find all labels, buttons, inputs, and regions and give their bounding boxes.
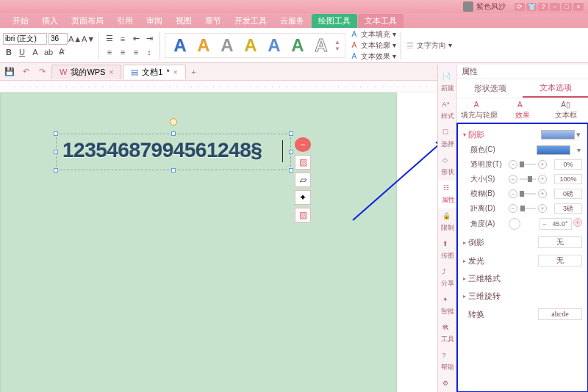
wordart-style-5[interactable]: A xyxy=(264,35,284,56)
minimize-button[interactable]: – xyxy=(550,3,560,11)
wordart-style-2[interactable]: A xyxy=(193,35,214,56)
redo-button[interactable]: ↷ xyxy=(35,65,49,79)
clear-format-button[interactable]: A̷ xyxy=(56,46,68,58)
horizontal-ruler[interactable] xyxy=(0,81,437,92)
rail-smart[interactable]: ✦智推 xyxy=(438,292,456,320)
resize-handle-n[interactable] xyxy=(171,131,176,136)
tab-review[interactable]: 审阅 xyxy=(140,14,169,28)
panel-close-icon[interactable]: × xyxy=(579,68,584,76)
subtab-textbox[interactable]: A▯文本框 xyxy=(545,98,588,123)
rail-tools[interactable]: 🛠工具 xyxy=(438,320,456,348)
new-tab-button[interactable]: + xyxy=(187,65,201,79)
rail-shape[interactable]: ◇形状 xyxy=(438,153,456,181)
shadow-preset-swatch[interactable] xyxy=(541,130,575,139)
section-3d-format[interactable]: ▸三维格式 xyxy=(463,271,582,286)
tab-dev[interactable]: 开发工具 xyxy=(228,14,273,28)
shape-effect-button[interactable]: ✦ xyxy=(295,190,311,205)
doc-tab-doc1[interactable]: ▤ 文档1 * × xyxy=(123,65,185,79)
rail-help[interactable]: ?帮助 xyxy=(438,348,456,376)
document-page[interactable]: 12354687994561248§ − ▨ ▱ ✦ ▨ xyxy=(0,92,397,392)
angle-wheel[interactable] xyxy=(509,218,520,230)
wordart-style-7[interactable]: A xyxy=(311,35,331,56)
resize-handle-s[interactable] xyxy=(171,168,176,173)
save-button[interactable]: 💾 xyxy=(3,65,16,79)
fill-tool-button[interactable]: ▨ xyxy=(295,155,311,170)
tab-insert[interactable]: 插入 xyxy=(35,14,65,28)
wordart-style-3[interactable]: A xyxy=(217,35,237,56)
wordart-style-6[interactable]: A xyxy=(287,35,308,56)
doc-tab-mywps[interactable]: W 我的WPS × xyxy=(51,65,121,79)
bullets-button[interactable]: ☰ xyxy=(104,33,115,45)
rail-properties[interactable]: ☷属性 xyxy=(438,181,456,208)
rail-upload[interactable]: ⬆传图 xyxy=(438,236,456,264)
rail-select[interactable]: ☐选择 xyxy=(438,125,456,153)
transparency-slider[interactable]: −+ xyxy=(509,159,547,170)
tab-chapter[interactable]: 章节 xyxy=(198,14,228,28)
resize-handle-se[interactable] xyxy=(289,168,293,173)
underline-button[interactable]: U xyxy=(16,46,28,58)
tab-view[interactable]: 视图 xyxy=(169,14,198,28)
section-transform[interactable]: ▸转换abcde xyxy=(463,306,582,322)
resize-handle-w[interactable] xyxy=(54,150,58,154)
tab-cloud[interactable]: 云服务 xyxy=(273,14,311,28)
section-reflection[interactable]: ▸倒影无 xyxy=(463,234,582,250)
section-glow[interactable]: ▸发光无 xyxy=(463,253,582,269)
resize-handle-sw[interactable] xyxy=(54,168,58,173)
delete-shape-button[interactable]: − xyxy=(295,137,311,152)
shadow-tool-button[interactable]: ▨ xyxy=(295,208,311,222)
panel-menu-icon[interactable]: ▾ xyxy=(571,68,575,76)
sync-icon[interactable]: ⟳ xyxy=(514,3,525,11)
font-name-combo[interactable] xyxy=(3,33,47,45)
rail-settings[interactable]: ⚙ xyxy=(438,376,456,392)
text-outline-button[interactable]: A文本轮廓 ▾ xyxy=(350,40,396,51)
resize-handle-e[interactable] xyxy=(289,150,293,154)
outline-tool-button[interactable]: ▱ xyxy=(295,173,311,187)
subtab-effects[interactable]: A效果 xyxy=(501,98,544,123)
tab-drawing-tools[interactable]: 绘图工具 xyxy=(312,14,357,28)
user-avatar[interactable] xyxy=(463,1,473,12)
close-button[interactable]: × xyxy=(573,3,584,11)
tab-start[interactable]: 开始 xyxy=(6,14,35,28)
rail-restrict[interactable]: 🔒限制 xyxy=(438,208,456,236)
tab-layout[interactable]: 页面布局 xyxy=(65,14,110,28)
align-left-button[interactable]: ≡ xyxy=(104,46,115,58)
skin-icon[interactable]: 👕 xyxy=(526,3,537,11)
resize-handle-ne[interactable] xyxy=(289,131,293,136)
indent-inc-button[interactable]: ⇥ xyxy=(143,33,155,45)
size-slider[interactable]: −+ xyxy=(509,174,547,184)
resize-handle-nw[interactable] xyxy=(54,131,58,136)
blur-slider[interactable]: −+ xyxy=(509,189,547,199)
color-dropdown-icon[interactable]: ▾ xyxy=(575,146,582,154)
indent-dec-button[interactable]: ⇤ xyxy=(130,33,142,45)
tab-text-tools[interactable]: 文本工具 xyxy=(358,14,404,28)
rail-new[interactable]: 📄新建 xyxy=(438,69,456,97)
line-spacing-button[interactable]: ↕ xyxy=(143,46,155,58)
close-tab-icon[interactable]: × xyxy=(173,68,178,76)
numbering-button[interactable]: ≡ xyxy=(117,33,129,45)
tab-text-options[interactable]: 文本选项 xyxy=(523,79,588,98)
rail-style[interactable]: Aᵃ样式 xyxy=(438,97,456,125)
maximize-button[interactable]: □ xyxy=(562,3,572,11)
tab-ref[interactable]: 引用 xyxy=(110,14,140,28)
shrink-font-icon[interactable]: A▼ xyxy=(82,33,94,45)
angle-spinner[interactable]: −45.0° xyxy=(539,218,572,230)
font-size-combo[interactable] xyxy=(49,33,68,45)
section-shadow[interactable]: ▾阴影 ▾ xyxy=(463,127,582,142)
highlight-button[interactable]: ab xyxy=(43,46,54,58)
tab-shape-options[interactable]: 形状选项 xyxy=(457,79,523,98)
undo-button[interactable]: ↶ xyxy=(19,65,32,79)
wordart-more-icon[interactable]: ▲▼ xyxy=(334,39,340,52)
subtab-fill-outline[interactable]: A填充与轮廓 xyxy=(457,98,501,123)
rail-share[interactable]: ⤴分享 xyxy=(438,264,456,292)
font-color-button[interactable]: A xyxy=(29,46,41,58)
selected-textbox[interactable]: 12354687994561248§ xyxy=(60,137,287,167)
wordart-style-4[interactable]: A xyxy=(240,35,261,56)
wordart-gallery[interactable]: A A A A A A A ▲▼ xyxy=(165,33,345,58)
text-effects-button[interactable]: A文本效果 ▾ xyxy=(350,51,396,62)
section-3d-rotation[interactable]: ▸三维旋转 xyxy=(463,288,582,304)
wordart-style-1[interactable]: A xyxy=(170,35,190,56)
distance-slider[interactable]: −+ xyxy=(509,203,547,214)
rotate-handle[interactable] xyxy=(170,118,177,126)
align-center-button[interactable]: ≡ xyxy=(117,46,129,58)
bold-button[interactable]: B xyxy=(3,46,15,58)
